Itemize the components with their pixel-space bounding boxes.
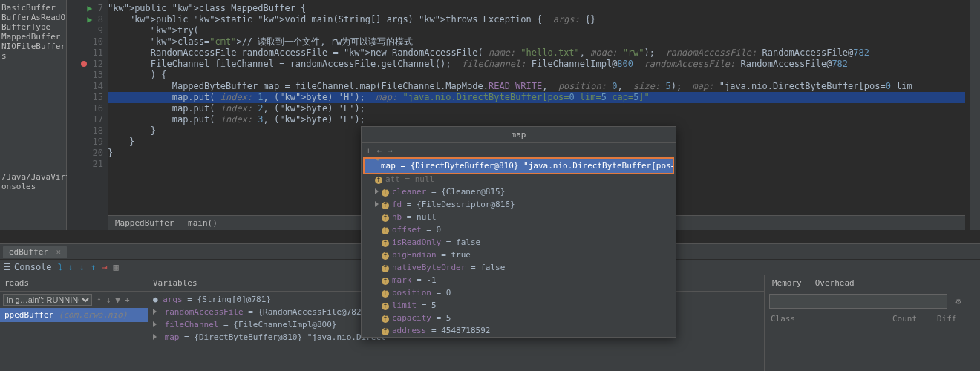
tooltip-main-row[interactable]: map = {DirectByteBuffer@810} "java.nio.D… xyxy=(365,159,673,173)
nav-item[interactable]: onsoles xyxy=(1,182,65,191)
step-into-icon[interactable]: ↓ xyxy=(68,262,74,272)
code-line[interactable]: map.put( index: 3, ("kw">byte) 'E'); xyxy=(108,114,965,125)
tooltip-field-row[interactable]: foffset = 0 xyxy=(362,223,676,236)
step-out-icon[interactable]: ↑ xyxy=(91,262,96,272)
tooltip-main-text: map = {DirectByteBuffer@810} "java.nio.D… xyxy=(381,161,673,171)
arrow-left-icon[interactable]: ← xyxy=(377,146,382,156)
memory-table-header: Class Count Diff xyxy=(765,312,980,325)
thread-selector[interactable]: in g…ain": RUNNING xyxy=(3,294,92,306)
tooltip-field-row[interactable]: fatt = null xyxy=(362,173,676,186)
project-pane-lower[interactable]: /Java/JavaVirtualM onsoles xyxy=(0,171,67,230)
tooltip-field-row[interactable]: fhb = null xyxy=(362,211,676,223)
code-line[interactable]: ) { xyxy=(108,70,965,81)
stack-frame[interactable]: ppedBuffer (com.erwa.nio) xyxy=(0,308,148,322)
line-gutter: ▶ 7▶ 891011 12131415161718192021 xyxy=(67,0,108,230)
next-frame-icon[interactable]: ↓ xyxy=(106,295,111,305)
field-icon: f xyxy=(382,290,389,298)
step-over-icon[interactable]: ⤵ xyxy=(58,262,62,272)
close-icon[interactable]: × xyxy=(51,247,61,257)
tooltip-field-row[interactable]: fisReadOnly = false xyxy=(362,236,676,249)
memory-pane[interactable]: Memory Overhead ⚙ Class Count Diff xyxy=(765,275,980,371)
field-icon: f xyxy=(382,240,389,247)
field-icon: f xyxy=(382,227,389,234)
memory-search-input[interactable] xyxy=(769,294,947,309)
code-line[interactable]: map.put( index: 2, ("kw">byte) 'E'); xyxy=(108,103,965,114)
tooltip-field-row[interactable]: ffd = {FileDescriptor@816} xyxy=(362,198,676,211)
code-line[interactable]: "kw">public "kw">static "kw">void main(S… xyxy=(108,14,965,25)
chevron-right-icon xyxy=(153,321,157,327)
tooltip-toolbar[interactable]: + ← → xyxy=(362,143,676,159)
evaluate-icon[interactable]: ▦ xyxy=(114,262,119,272)
tooltip-title: map xyxy=(362,127,676,143)
run-to-icon[interactable]: ⇥ xyxy=(102,262,107,272)
nav-item[interactable]: BasicBuffer xyxy=(1,3,65,13)
nav-item[interactable]: BufferAsReadOnly xyxy=(1,13,65,22)
field-icon: f xyxy=(382,303,389,310)
tooltip-field-row[interactable]: fmark = -1 xyxy=(362,274,676,286)
chevron-right-icon xyxy=(375,188,379,194)
field-icon: f xyxy=(375,177,382,184)
step-into-icon[interactable]: ⇣ xyxy=(79,262,85,272)
chevron-right-icon xyxy=(375,201,379,207)
code-line[interactable]: map.put( index: 1, ("kw">byte) 'H'); map… xyxy=(108,92,965,103)
prev-frame-icon[interactable]: ↑ xyxy=(97,295,102,305)
field-icon: f xyxy=(382,328,389,335)
overhead-tab[interactable]: Overhead xyxy=(815,278,855,288)
tooltip-field-row[interactable]: fcleaner = {Cleaner@815} xyxy=(362,186,676,198)
nav-item[interactable]: NIOFileBuffer xyxy=(1,42,65,51)
field-icon: f xyxy=(382,315,389,323)
memory-tab[interactable]: Memory xyxy=(772,278,802,288)
code-line[interactable]: "kw">try( xyxy=(108,25,965,36)
plus-icon[interactable]: + xyxy=(366,146,371,156)
chevron-down-icon xyxy=(375,159,381,171)
code-line[interactable]: FileChannel fileChannel = randomAccessFi… xyxy=(108,59,965,70)
nav-item[interactable]: MappedBuffer xyxy=(1,32,65,42)
field-icon: f xyxy=(382,189,389,197)
filter-icon[interactable]: ▼ xyxy=(115,295,120,305)
frames-pane[interactable]: reads in g…ain": RUNNING ↑ ↓ ▼ + ppedBuf… xyxy=(0,275,148,371)
crumb[interactable]: main() xyxy=(188,218,218,228)
tooltip-field-row[interactable]: fposition = 0 xyxy=(362,286,676,299)
add-icon[interactable]: + xyxy=(125,295,130,305)
arrow-right-icon[interactable]: → xyxy=(388,146,393,156)
nav-item[interactable]: /Java/JavaVirtualM xyxy=(1,172,65,182)
tooltip-field-row[interactable]: fbigEndian = true xyxy=(362,249,676,261)
chevron-right-icon xyxy=(153,309,157,315)
right-gutter xyxy=(970,0,980,230)
code-line[interactable]: RandomAccessFile randomAccessFile = "kw"… xyxy=(108,47,965,59)
code-line[interactable]: MappedByteBuffer map = fileChannel.map(F… xyxy=(108,81,965,92)
frames-header: reads xyxy=(0,275,148,292)
field-icon: f xyxy=(382,278,389,285)
tooltip-field-row[interactable]: fnativeByteOrder = false xyxy=(362,261,676,274)
field-icon: f xyxy=(382,202,389,209)
nav-item[interactable]: s xyxy=(1,51,65,61)
nav-item[interactable]: BufferType xyxy=(1,22,65,32)
code-line[interactable]: "kw">public "kw">class MappedBuffer { xyxy=(108,3,965,14)
field-icon: f xyxy=(382,265,389,272)
console-tab[interactable]: ☰ Console xyxy=(3,262,52,272)
field-icon: f xyxy=(382,214,389,222)
field-icon: f xyxy=(382,252,389,260)
chevron-right-icon xyxy=(153,334,157,340)
tooltip-field-row[interactable]: faddress = 4548718592 xyxy=(362,324,676,337)
debug-tab[interactable]: edBuffer × xyxy=(3,246,67,258)
tooltip-field-row[interactable]: flimit = 5 xyxy=(362,299,676,312)
gear-icon[interactable]: ⚙ xyxy=(956,296,961,306)
code-line[interactable]: "kw">class="cmt">// 读取到一个文件, rw为可以读写的模式 xyxy=(108,36,965,47)
crumb[interactable]: MappedBuffer xyxy=(115,218,174,228)
tooltip-field-row[interactable]: fcapacity = 5 xyxy=(362,312,676,324)
debug-value-tooltip[interactable]: map + ← → map = {DirectByteBuffer@810} "… xyxy=(361,126,676,338)
